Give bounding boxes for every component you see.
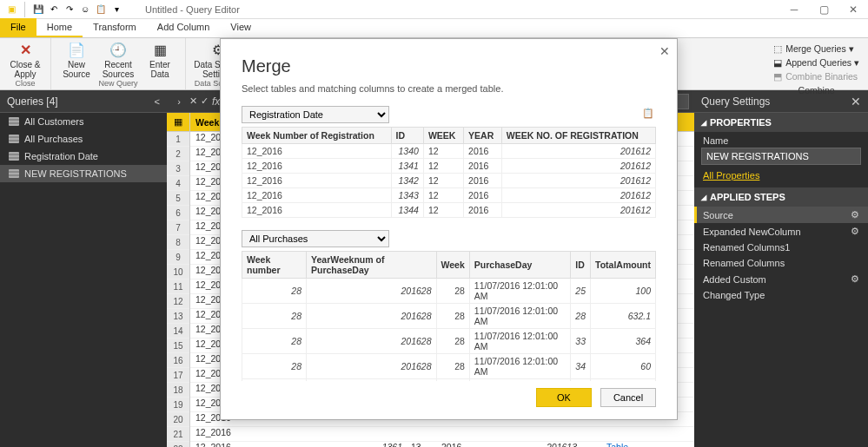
table-row[interactable]: 12_2016 [190, 427, 694, 442]
close-apply-button[interactable]: ✕ Close & Apply [7, 40, 43, 79]
row-number[interactable]: 4 [167, 176, 189, 191]
save-icon[interactable]: 💾 [32, 3, 44, 16]
second-table-select[interactable]: All Purchases [242, 230, 389, 247]
tab-home[interactable]: Home [36, 18, 83, 37]
row-number[interactable]: 16 [167, 353, 189, 368]
grid-corner[interactable]: ▦ [167, 113, 189, 132]
table-row[interactable]: 282016282811/07/2016 12:01:00 AM25100 [242, 279, 656, 304]
row-number[interactable]: 11 [167, 279, 189, 294]
column-header[interactable]: YearWeeknum of PurchaseDay [307, 252, 437, 279]
row-number[interactable]: 10 [167, 265, 189, 279]
row-number[interactable]: 2 [167, 147, 189, 161]
undo-icon[interactable]: ↶ [48, 3, 60, 16]
gear-icon[interactable]: ⚙ [851, 226, 859, 237]
applied-step[interactable]: Renamed Columns [694, 255, 868, 271]
row-number[interactable]: 20 [167, 412, 189, 427]
gear-icon[interactable]: ⚙ [851, 273, 859, 285]
table-row[interactable]: 12_20161343122016201612 [242, 188, 656, 203]
column-header[interactable]: ID [571, 252, 591, 279]
settings-title: Query Settings [701, 95, 770, 108]
close-settings-icon[interactable]: ✕ [851, 95, 861, 108]
maximize-button[interactable]: ▢ [809, 0, 838, 19]
qat-more-icon[interactable]: ▾ [110, 3, 123, 16]
column-header[interactable]: Week Number of Registration [242, 128, 392, 144]
fx-icon: fx [212, 95, 220, 108]
column-header[interactable]: Week [436, 252, 469, 279]
row-number[interactable]: 22 [167, 442, 189, 447]
face-icon[interactable]: ☺ [79, 3, 91, 16]
table-row[interactable]: 282016282811/07/2016 12:01:00 AM33364 [242, 329, 656, 354]
enter-data-button[interactable]: ▦ Enter Data [142, 40, 178, 79]
table-row[interactable]: 282016282811/07/2016 12:01:00 AM28632.1 [242, 304, 656, 329]
row-number[interactable]: 17 [167, 368, 189, 383]
column-header[interactable]: WEEK NO. OF REGISTRATION [501, 128, 655, 144]
column-header[interactable]: TotalAmount [591, 252, 656, 279]
row-number[interactable]: 1 [167, 132, 189, 147]
copy-icon[interactable]: 📋 [95, 3, 107, 16]
combine-binaries-button[interactable]: ⬒Combine Binaries [773, 69, 859, 83]
properties-section-header[interactable]: ◢PROPERTIES [694, 113, 868, 132]
all-properties-link[interactable]: All Properties [694, 170, 868, 187]
table-row[interactable]: 12_20161344122016201612 [242, 203, 656, 218]
applied-step[interactable]: Added Custom⚙ [694, 271, 868, 287]
copy-icon[interactable]: 📋 [642, 108, 656, 122]
row-number[interactable]: 7 [167, 220, 189, 235]
close-window-button[interactable]: ✕ [838, 0, 868, 19]
merge-queries-button[interactable]: ⬚Merge Queries ▾ [773, 42, 859, 56]
second-table-preview[interactable]: Week numberYearWeeknum of PurchaseDayWee… [242, 251, 656, 381]
row-number[interactable]: 5 [167, 191, 189, 206]
applied-step[interactable]: Source⚙ [694, 207, 868, 223]
column-header[interactable]: PurchaseDay [469, 252, 571, 279]
table-row[interactable]: 282016282811/07/2016 12:01:00 AM3460 [242, 354, 656, 379]
tab-add-column[interactable]: Add Column [147, 18, 221, 37]
merge-icon: ⬚ [773, 43, 782, 54]
check-icon[interactable]: ✓ [201, 95, 209, 107]
row-number[interactable]: 13 [167, 309, 189, 324]
row-number[interactable]: 18 [167, 383, 189, 398]
query-item[interactable]: All Customers [0, 113, 167, 130]
tab-view[interactable]: View [220, 18, 262, 37]
refresh-icon[interactable]: ✕ [189, 95, 197, 107]
expand-formula-icon[interactable]: › [172, 96, 186, 107]
row-number[interactable]: 9 [167, 250, 189, 265]
applied-step[interactable]: Renamed Columns1 [694, 240, 868, 255]
column-header[interactable]: WEEK [423, 128, 463, 144]
row-number[interactable]: 3 [167, 161, 189, 176]
dialog-close-button[interactable]: ✕ [659, 44, 670, 58]
redo-icon[interactable]: ↷ [63, 3, 76, 16]
column-header[interactable]: YEAR [464, 128, 502, 144]
query-item[interactable]: All Purchases [0, 130, 167, 148]
cancel-button[interactable]: Cancel [600, 388, 656, 407]
column-header[interactable]: ID [391, 128, 423, 144]
table-row[interactable]: 12_20161342122016201612 [242, 174, 656, 188]
recent-sources-button[interactable]: 🕘 Recent Sources [100, 40, 136, 79]
table-row[interactable]: 12_20161341122016201612 [242, 159, 656, 174]
row-number[interactable]: 12 [167, 294, 189, 309]
query-name-input[interactable] [701, 148, 861, 165]
first-table-select[interactable]: Registration Date [242, 106, 389, 123]
step-label: Renamed Columns [703, 258, 785, 268]
row-number[interactable]: 6 [167, 206, 189, 220]
applied-step[interactable]: Changed Type [694, 287, 868, 303]
row-number[interactable]: 19 [167, 398, 189, 412]
row-number[interactable]: 21 [167, 427, 189, 442]
file-tab[interactable]: File [0, 18, 36, 37]
ok-button[interactable]: OK [536, 388, 592, 407]
collapse-icon[interactable]: < [155, 96, 160, 107]
gear-icon[interactable]: ⚙ [851, 209, 859, 220]
tab-transform[interactable]: Transform [83, 18, 147, 37]
column-header[interactable]: Week number [242, 252, 307, 279]
applied-step[interactable]: Expanded NewColumn⚙ [694, 223, 868, 240]
query-item[interactable]: Registration Date [0, 148, 167, 165]
query-item[interactable]: NEW REGISTRATIONS [0, 165, 167, 182]
row-number[interactable]: 14 [167, 324, 189, 339]
row-number[interactable]: 15 [167, 339, 189, 353]
first-table-preview[interactable]: Week Number of RegistrationIDWEEKYEARWEE… [242, 127, 656, 218]
row-number[interactable]: 8 [167, 235, 189, 250]
applied-steps-header[interactable]: ◢APPLIED STEPS [694, 187, 868, 207]
table-row[interactable]: 12_20161340122016201612 [242, 144, 656, 159]
minimize-button[interactable]: ─ [779, 0, 809, 19]
table-row[interactable]: 12_20161361132016201613Table [190, 442, 694, 447]
new-source-button[interactable]: 📄 New Source [58, 40, 95, 79]
append-queries-button[interactable]: ⬓Append Queries ▾ [773, 56, 859, 69]
